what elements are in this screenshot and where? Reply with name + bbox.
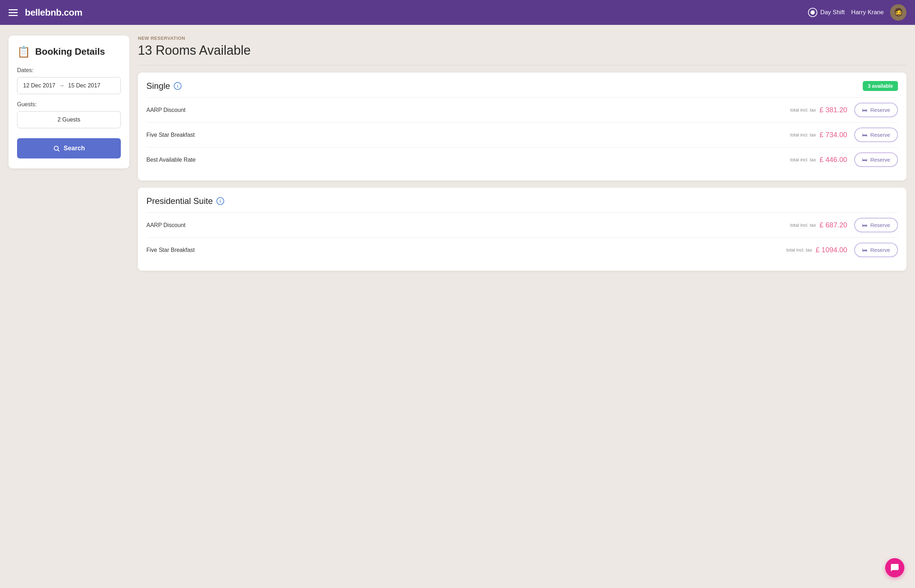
- room-type-presidential: Presidential Suite i: [146, 196, 224, 206]
- booking-details-heading: Booking Details: [35, 46, 105, 57]
- table-row: AARP Discount total incl. tax £ 687.20 🛏…: [146, 212, 898, 237]
- rate-price: £ 381.20: [820, 106, 847, 114]
- reserve-button[interactable]: 🛏 Reserve: [854, 103, 898, 117]
- table-row: AARP Discount total incl. tax £ 381.20 🛏…: [146, 97, 898, 122]
- rate-name: Best Available Rate: [146, 157, 790, 163]
- reserve-label: Reserve: [870, 247, 890, 253]
- table-row: Five Star Breakfast total incl. tax £ 73…: [146, 122, 898, 147]
- room-name-presidential: Presidential Suite: [146, 196, 213, 206]
- room-name-single: Single: [146, 81, 170, 91]
- hamburger-menu[interactable]: [8, 9, 18, 16]
- logo: bellebnb.com: [25, 7, 82, 18]
- table-row: Best Available Rate total incl. tax £ 44…: [146, 147, 898, 172]
- header-left: bellebnb.com: [8, 7, 82, 18]
- reserve-button[interactable]: 🛏 Reserve: [854, 218, 898, 233]
- rate-name: AARP Discount: [146, 222, 790, 228]
- reserve-label: Reserve: [870, 107, 890, 113]
- chat-bubble[interactable]: [885, 558, 904, 577]
- reserve-label: Reserve: [870, 157, 890, 163]
- date-arrow-icon: →: [59, 82, 65, 89]
- sun-icon: [808, 8, 817, 17]
- room-type-single: Single i: [146, 81, 181, 91]
- info-icon-single[interactable]: i: [174, 82, 181, 90]
- rate-price: £ 734.00: [820, 131, 847, 139]
- booking-sidebar: 📋 Booking Details Dates: 12 Dec 2017 → 1…: [8, 36, 129, 168]
- bed-icon: 🛏: [862, 157, 867, 163]
- rate-name: Five Star Breakfast: [146, 247, 786, 253]
- rate-price-section: total incl. tax £ 1094.00: [786, 246, 847, 254]
- rate-label: total incl. tax: [790, 107, 816, 113]
- room-card-single: Single i 3 available AARP Discount total…: [138, 73, 907, 181]
- rate-label: total incl. tax: [790, 223, 816, 228]
- rate-price: £ 446.00: [820, 156, 847, 164]
- reserve-button[interactable]: 🛏 Reserve: [854, 152, 898, 167]
- bed-icon: 🛏: [862, 107, 867, 113]
- available-badge-single: 3 available: [863, 81, 898, 91]
- content-header: NEW RESERVATION 13 Rooms Available: [138, 36, 907, 58]
- rate-name: AARP Discount: [146, 107, 790, 113]
- date-from: 12 Dec 2017: [23, 82, 55, 89]
- rate-label: total incl. tax: [786, 247, 812, 253]
- rooms-available-title: 13 Rooms Available: [138, 43, 907, 58]
- section-label: NEW RESERVATION: [138, 36, 907, 41]
- bed-icon: 🛏: [862, 247, 867, 253]
- rate-price-section: total incl. tax £ 687.20: [790, 221, 847, 229]
- rate-name: Five Star Breakfast: [146, 132, 790, 138]
- divider: [138, 65, 907, 65]
- svg-line-1: [58, 150, 59, 151]
- dates-label: Dates:: [17, 67, 121, 74]
- rate-price-section: total incl. tax £ 381.20: [790, 106, 847, 114]
- header: bellebnb.com Day Shift Harry Krane 🧔: [0, 0, 915, 25]
- main-content: 📋 Booking Details Dates: 12 Dec 2017 → 1…: [0, 25, 915, 289]
- bed-icon: 🛏: [862, 222, 867, 228]
- reserve-button[interactable]: 🛏 Reserve: [854, 243, 898, 257]
- day-shift[interactable]: Day Shift: [808, 8, 845, 17]
- user-name: Harry Krane: [851, 9, 884, 16]
- date-field[interactable]: 12 Dec 2017 → 15 Dec 2017: [17, 77, 121, 94]
- shift-label: Day Shift: [820, 9, 845, 16]
- rate-price: £ 687.20: [820, 221, 847, 229]
- booking-icon: 📋: [17, 45, 30, 58]
- date-to: 15 Dec 2017: [68, 82, 100, 89]
- search-label: Search: [64, 145, 85, 152]
- reserve-label: Reserve: [870, 132, 890, 138]
- bed-icon: 🛏: [862, 132, 867, 138]
- avatar[interactable]: 🧔: [890, 4, 907, 21]
- reserve-button[interactable]: 🛏 Reserve: [854, 128, 898, 142]
- content-area: NEW RESERVATION 13 Rooms Available Singl…: [138, 36, 907, 278]
- rate-label: total incl. tax: [790, 157, 816, 162]
- table-row: Five Star Breakfast total incl. tax £ 10…: [146, 237, 898, 262]
- search-icon: [53, 145, 60, 152]
- room-card-header-single: Single i 3 available: [146, 81, 898, 91]
- room-card-presidential: Presidential Suite i AARP Discount total…: [138, 187, 907, 271]
- guests-label: Guests:: [17, 101, 121, 108]
- rate-price-section: total incl. tax £ 446.00: [790, 156, 847, 164]
- rate-label: total incl. tax: [790, 132, 816, 137]
- header-right: Day Shift Harry Krane 🧔: [808, 4, 907, 21]
- chat-icon: [890, 563, 899, 572]
- room-card-header-presidential: Presidential Suite i: [146, 196, 898, 206]
- guests-field[interactable]: 2 Guests: [17, 111, 121, 128]
- reserve-label: Reserve: [870, 222, 890, 228]
- rate-price: £ 1094.00: [815, 246, 847, 254]
- rate-price-section: total incl. tax £ 734.00: [790, 131, 847, 139]
- guests-value: 2 Guests: [58, 116, 80, 123]
- info-icon-presidential[interactable]: i: [217, 197, 224, 205]
- search-button[interactable]: Search: [17, 138, 121, 158]
- booking-title: 📋 Booking Details: [17, 45, 121, 58]
